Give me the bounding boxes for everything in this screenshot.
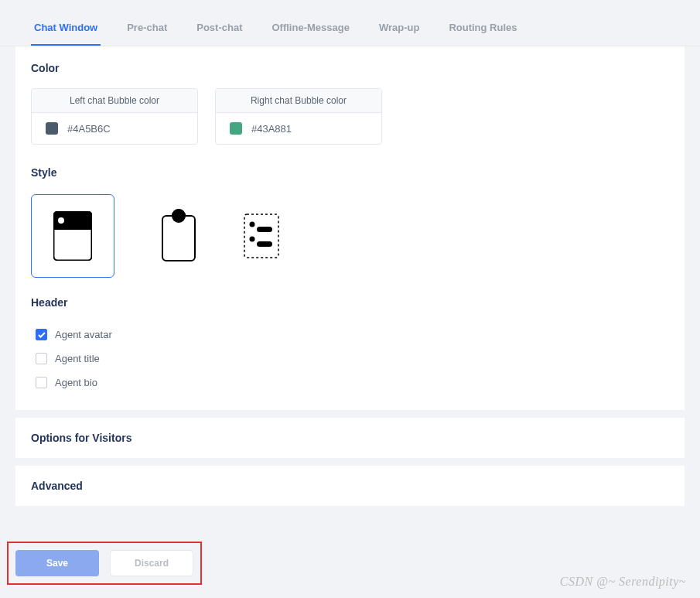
svg-rect-5 <box>244 214 278 258</box>
checkbox-agent-avatar[interactable]: Agent avatar <box>36 323 669 347</box>
tab-wrap-up[interactable]: Wrap-up <box>376 22 422 46</box>
tab-routing-rules[interactable]: Routing Rules <box>446 22 520 46</box>
svg-rect-9 <box>257 241 272 247</box>
watermark: CSDN @~ Serendipity~ <box>560 575 686 589</box>
style-section: Style <box>31 166 669 278</box>
left-bubble-label: Left chat Bubble color <box>32 89 197 113</box>
tabs-bar: Chat Window Pre-chat Post-chat Offline-M… <box>0 0 700 46</box>
right-bubble-color-card[interactable]: Right chat Bubble color #43A881 <box>215 88 382 145</box>
panel-advanced[interactable]: Advanced <box>15 466 685 506</box>
style-solid-header-icon <box>53 211 92 261</box>
discard-button[interactable]: Discard <box>110 550 193 576</box>
svg-point-6 <box>250 222 255 227</box>
checkbox-agent-title[interactable]: Agent title <box>36 347 669 371</box>
header-section: Header Agent avatar Agent title Agent bi… <box>31 296 669 395</box>
style-list-icon <box>244 214 279 258</box>
style-option-list[interactable] <box>243 194 280 278</box>
style-section-title: Style <box>31 166 669 179</box>
actions-highlight-box: Save Discard <box>7 542 202 585</box>
tab-offline-message[interactable]: Offline-Message <box>268 22 352 46</box>
svg-rect-7 <box>257 227 272 232</box>
checkbox-agent-title-label: Agent title <box>55 353 100 364</box>
style-option-avatar-top[interactable] <box>161 194 196 278</box>
left-bubble-swatch <box>46 122 58 135</box>
checkbox-agent-title-box[interactable] <box>36 353 47 364</box>
style-avatar-top-icon <box>162 209 196 263</box>
color-section-title: Color <box>31 62 669 74</box>
checkbox-agent-avatar-box[interactable] <box>36 329 47 340</box>
checkbox-agent-avatar-label: Agent avatar <box>55 329 112 340</box>
right-bubble-swatch <box>230 122 242 135</box>
panel-chat-window: Color Left chat Bubble color #4A5B6C Rig… <box>15 46 685 410</box>
color-row: Left chat Bubble color #4A5B6C Right cha… <box>31 88 669 145</box>
style-option-solid-header[interactable] <box>31 194 114 278</box>
checkbox-agent-bio[interactable]: Agent bio <box>36 371 669 395</box>
svg-point-4 <box>172 209 186 223</box>
left-bubble-hex: #4A5B6C <box>67 123 111 135</box>
svg-point-1 <box>58 217 64 224</box>
right-bubble-hex: #43A881 <box>251 123 292 135</box>
right-bubble-label: Right chat Bubble color <box>216 89 381 113</box>
tab-post-chat[interactable]: Post-chat <box>193 22 245 46</box>
options-for-visitors-title: Options for Visitors <box>31 432 669 444</box>
panel-options-for-visitors[interactable]: Options for Visitors <box>15 418 685 458</box>
save-button[interactable]: Save <box>15 550 99 576</box>
left-bubble-color-card[interactable]: Left chat Bubble color #4A5B6C <box>31 88 198 145</box>
checkbox-agent-bio-label: Agent bio <box>55 377 97 388</box>
advanced-title: Advanced <box>31 480 669 492</box>
header-section-title: Header <box>31 296 669 309</box>
tab-chat-window[interactable]: Chat Window <box>31 22 101 46</box>
svg-point-8 <box>250 237 255 242</box>
checkbox-agent-bio-box[interactable] <box>36 377 47 388</box>
tab-pre-chat[interactable]: Pre-chat <box>124 22 170 46</box>
